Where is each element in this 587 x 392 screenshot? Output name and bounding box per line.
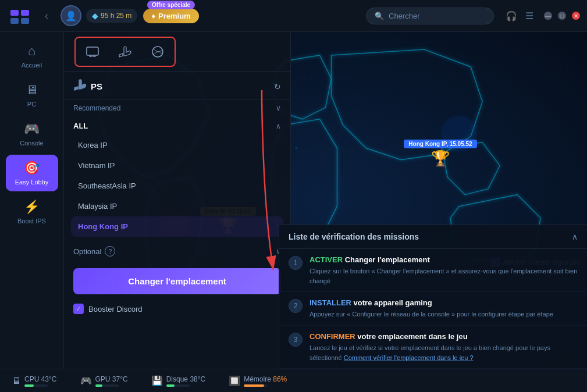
svg-rect-13 [87,47,98,55]
region-item-southeast-asia[interactable]: SoutheastAsia IP [71,176,283,196]
svg-rect-2 [10,18,19,24]
target-icon: 🎯 [24,161,40,176]
region-item-hong-kong[interactable]: Hong Kong IP [71,216,283,237]
mission-item-3: 3 CONFIRMER votre emplacement dans le je… [279,326,587,369]
memory-value: 86% [273,375,287,383]
home-icon: ⌂ [28,44,35,59]
region-header: ALL ∧ [71,117,283,135]
platform-icons-group [74,37,176,67]
sidebar-label-accueil: Accueil [22,62,42,69]
optional-help-icon[interactable]: ? [105,246,115,256]
mission-action-2: INSTALLER votre appareil gaming [309,298,578,308]
change-location-button[interactable]: Changer l'emplacement [73,268,281,294]
search-placeholder: Chercher [389,12,419,20]
region-item-korea[interactable]: Korea IP [71,135,283,155]
mission-title: Liste de vérification des missions [289,232,419,241]
mission-desc-1: Cliquez sur le bouton « Changer l'emplac… [309,266,578,286]
mission-desc-3: Lancez le jeu et vérifiez si votre empla… [309,343,578,362]
level-text: 95 h 25 m [101,12,131,20]
back-button[interactable]: ‹ [38,8,55,24]
sidebar-item-pc[interactable]: 🖥 PC [6,77,58,113]
minimize-button[interactable]: — [544,12,552,20]
booster-row: ✓ Booster Discord [64,301,290,321]
sidebar-label-console: Console [20,140,43,147]
recommended-row: Recommended ∨ [64,99,290,117]
left-panel: PS ↻ Recommended ∨ ALL ∧ Korea IP [64,32,291,369]
mission-item-2: 2 INSTALLER votre appareil gaming Appuye… [279,292,587,326]
main-layout: ⌂ Accueil 🖥 PC 🎮 Console 🎯 Easy Lobby ⚡ … [0,32,587,369]
premium-button[interactable]: Offre spéciale ♦ Premium [143,9,198,23]
premium-icon: ♦ [151,12,155,20]
svg-rect-3 [21,18,29,24]
mission-action-text-3: votre emplacement dans le jeu [357,332,467,341]
sidebar-item-accueil[interactable]: ⌂ Accueil [6,38,58,74]
ps-title-text: PS [91,81,102,91]
mission-item-1: 1 ACTIVER Changer l'emplacement Cliquez … [279,249,587,292]
list-icon[interactable]: ☰ [525,10,533,22]
mission-action-prefix-2: INSTALLER [309,298,351,307]
ps-logo-icon [73,79,86,94]
recommended-label: Recommended [73,104,120,112]
mission-content-1: ACTIVER Changer l'emplacement Cliquez su… [309,255,578,286]
region-all-label: ALL [73,122,88,130]
region-item-vietnam[interactable]: Vietnam IP [71,155,283,176]
memory-fill [244,384,264,387]
gamepad-icon: 🎮 [24,122,40,137]
optional-label: Optional ? [73,246,115,256]
refresh-icon[interactable]: ↻ [274,82,281,91]
mission-number-2: 2 [289,299,303,313]
offre-badge: Offre spéciale [147,1,195,9]
sidebar-item-boost-ips[interactable]: ⚡ Boost IPS [6,194,58,230]
mission-desc-2: Appuyez sur « Configurer le réseau de la… [309,309,578,319]
memory-icon: 🔲 [229,375,240,386]
maximize-button[interactable]: □ [558,12,566,20]
status-disk: 💾 Disque 38°C [151,375,206,387]
mission-header: Liste de vérification des missions ∧ [279,225,587,249]
monitor-icon: 🖥 [26,83,38,98]
disk-label: Disque [166,375,188,383]
booster-checkbox[interactable]: ✓ [73,304,84,314]
mission-action-text-2: votre appareil gaming [354,298,432,307]
xbox-tab[interactable] [143,40,173,64]
content-area: Chile IP, 03.05.52 🏆 Hong Kong IP, 15.05… [64,32,587,369]
diamond-icon: ◆ [92,11,98,20]
status-memory: 🔲 Mémoire 86% [229,375,287,387]
mission-number-1: 1 [289,256,303,270]
sidebar-label-pc: PC [27,101,36,108]
cpu-label: CPU [24,375,39,383]
gpu-icon: 🎮 [80,375,92,386]
region-item-malaysia[interactable]: Malaysia IP [71,196,283,216]
gpu-fill [95,384,102,387]
sidebar-item-console[interactable]: 🎮 Console [6,116,58,152]
gpu-label: GPU [95,375,111,383]
optional-text: Optional [73,247,101,256]
sidebar: ⌂ Accueil 🖥 PC 🎮 Console 🎯 Easy Lobby ⚡ … [0,32,64,369]
memory-label: Mémoire [244,375,271,383]
avatar: 👤 [61,5,81,26]
close-button[interactable]: ✕ [572,12,580,20]
cpu-fill [24,384,34,387]
mission-toggle-icon[interactable]: ∧ [572,232,578,241]
optional-section: Optional ? ∨ [64,239,290,263]
headset-icon[interactable]: 🎧 [506,10,517,22]
mission-content-3: CONFIRMER votre emplacement dans le jeu … [309,332,578,362]
booster-label: Booster Discord [88,305,142,313]
status-gpu: 🎮 GPU 37°C [80,375,128,387]
monitor-tab[interactable] [77,40,108,64]
level-badge: ◆ 95 h 25 m [86,9,137,23]
region-chevron-up[interactable]: ∧ [276,122,281,130]
search-bar[interactable]: 🔍 Chercher [366,8,494,24]
sidebar-item-easy-lobby[interactable]: 🎯 Easy Lobby [6,155,58,191]
titlebar-icons: 🎧 ☰ [506,10,533,22]
cpu-value: 43°C [41,375,57,383]
disk-indicator [166,384,190,387]
recommended-chevron[interactable]: ∨ [276,104,281,112]
titlebar: ‹ 👤 ◆ 95 h 25 m Offre spéciale ♦ Premium… [0,0,587,32]
mission-link-3[interactable]: Comment vérifier l'emplacement dans le j… [344,354,474,361]
disk-value: 38°C [190,375,205,383]
ps-tab[interactable] [110,40,140,64]
ps-panel: PS ↻ Recommended ∨ ALL ∧ Korea IP [64,72,291,369]
app-logo [7,3,33,28]
boost-icon: ⚡ [24,199,40,215]
sidebar-label-easy-lobby: Easy Lobby [15,179,48,186]
